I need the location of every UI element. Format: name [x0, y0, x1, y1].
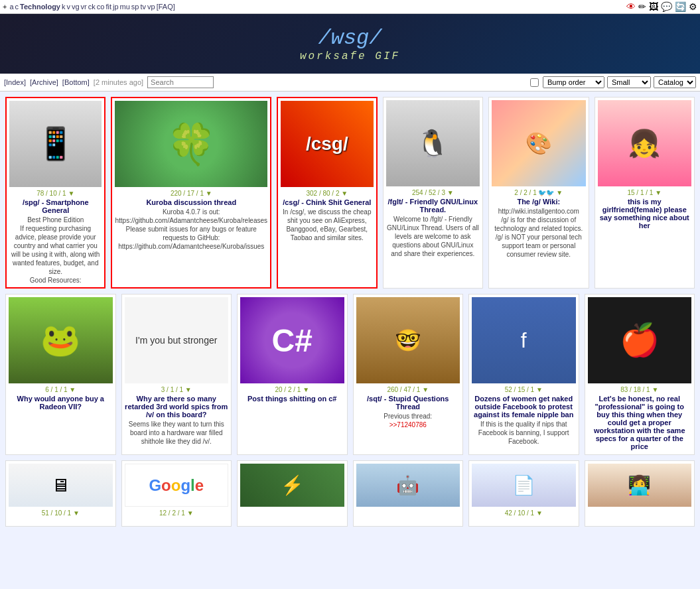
thread-sqt-desc: Previous thread:>>71240786 — [356, 412, 460, 429]
nav-ck[interactable]: ck — [88, 3, 96, 11]
controls-right: Bump order Last reply Creation date Repl… — [530, 76, 696, 88]
thread-csg-desc: In /csg/, we discuss the cheap shit you … — [281, 208, 373, 242]
nav-a[interactable]: a — [9, 3, 13, 11]
thread-spg-desc: Best Phone EditionIf requesting purchasi… — [9, 216, 102, 285]
size-select[interactable]: Small Medium Large — [607, 76, 651, 88]
nav-technology[interactable]: Technology — [20, 3, 60, 11]
thread-csg-title: /csg/ - Chink Shit General — [281, 198, 373, 206]
bottom-google-stats: 12 / 2 / 1 ▼ — [125, 509, 229, 517]
thread-kuroba[interactable]: 🍀 220 / 17 / 1 ▼ Kuroba discussion threa… — [111, 97, 271, 289]
view-select[interactable]: Catalog Index Archive — [654, 76, 696, 88]
edit-icon[interactable]: ✏ — [638, 1, 646, 12]
thread-csharp-stats: 20 / 2 / 1 ▼ — [240, 386, 344, 393]
search-input[interactable] — [147, 76, 214, 88]
thread-csg[interactable]: /csg/ 302 / 80 / 2 ▼ /csg/ - Chink Shit … — [277, 97, 377, 289]
thread-anime-gf-thumb: 👧 — [598, 100, 691, 186]
nav-jp[interactable]: jp — [113, 3, 119, 11]
nav-c[interactable]: c — [15, 3, 19, 11]
bottom-link[interactable]: [Bottom] — [62, 78, 90, 86]
nav-faq[interactable]: [FAQ] — [157, 3, 175, 11]
thread-kuroba-desc: Kuroba 4.0.7 is out:https://github.com/A… — [115, 208, 267, 251]
thread-sqt[interactable]: 🤓 260 / 47 / 1 ▼ /sqt/ - Stupid Question… — [353, 294, 464, 455]
nav-icons-group: 👁 ✏ 🖼 💬 🔄 ⚙ — [626, 1, 697, 12]
top-navigation: + a c Technology k v vg vr ck co fit jp … — [0, 0, 700, 14]
thread-kuroba-stats: 220 / 17 / 1 ▼ — [115, 190, 267, 197]
thread-spg-thumb: 📱 — [9, 101, 102, 187]
bottom-screenshot-stats: 51 / 10 / 1 ▼ — [9, 509, 113, 517]
nav-fit[interactable]: fit — [105, 3, 111, 11]
bottom-thread-screenshot[interactable]: 🖥 51 / 10 / 1 ▼ — [5, 460, 116, 527]
thread-csg-thumb: /csg/ — [281, 101, 373, 187]
thread-csg-stats: 302 / 80 / 2 ▼ — [281, 190, 373, 197]
nav-sp[interactable]: sp — [131, 3, 139, 11]
thread-apple-title: Let's be honest, no real "professional" … — [588, 395, 692, 450]
thread-radeon[interactable]: 🐸 6 / 1 / 1 ▼ Why would anyone buy a Rad… — [5, 294, 116, 455]
thread-retarded-title: Why are there so many retarded 3rd world… — [125, 395, 229, 419]
thread-facebook[interactable]: f 52 / 15 / 1 ▼ Dozens of women get nake… — [468, 294, 579, 455]
nav-tv[interactable]: tv — [140, 3, 146, 11]
thread-csharp-title: Post things shitting on c# — [240, 395, 344, 403]
thread-anime-gf[interactable]: 👧 15 / 1 / 1 ▼ this is my girlfriend(fem… — [595, 97, 695, 289]
nav-v[interactable]: v — [66, 3, 70, 11]
thread-g-wiki-thumb: 🎨 — [492, 100, 585, 186]
thread-radeon-stats: 6 / 1 / 1 ▼ — [9, 386, 113, 393]
site-banner: /wsg/ worksafe GIF — [0, 14, 700, 74]
thread-apple-thumb: 🍎 — [588, 297, 692, 383]
thread-g-wiki-stats: 2 / 2 / 1 🐦🐦 ▼ — [492, 189, 585, 196]
eye-icon[interactable]: 👁 — [626, 1, 636, 12]
thread-radeon-title: Why would anyone buy a Radeon VII? — [9, 395, 113, 411]
thread-facebook-thumb: f — [472, 297, 576, 383]
bottom-thread-pcb[interactable]: ⚡ — [237, 460, 348, 527]
thread-retarded-thumb: I'm you but stronger — [125, 297, 229, 383]
archive-link[interactable]: [Archive] — [30, 78, 58, 86]
thread-fglt-title: /fglt/ - Friendly GNU/Linux Thread. — [386, 198, 480, 214]
nav-mu[interactable]: mu — [120, 3, 130, 11]
thread-apple[interactable]: 🍎 83 / 18 / 1 ▼ Let's be honest, no real… — [585, 294, 695, 455]
index-link[interactable]: [Index] — [4, 78, 26, 86]
thread-grid: 📱 78 / 10 / 1 ▼ /spg/ - Smartphone Gener… — [0, 92, 700, 294]
thread-retarded-stats: 3 / 1 / 1 ▼ — [125, 386, 229, 393]
bottom-thread-row: 🖥 51 / 10 / 1 ▼ Google 12 / 2 / 1 ▼ ⚡ 🤖 … — [0, 460, 700, 532]
thread-kuroba-title: Kuroba discussion thread — [115, 198, 267, 206]
time-ago: [2 minutes ago] — [94, 78, 143, 86]
thread-retarded-desc: Seems like they want to turn this board … — [125, 420, 229, 446]
nav-co[interactable]: co — [97, 3, 105, 11]
thread-spg[interactable]: 📱 78 / 10 / 1 ▼ /spg/ - Smartphone Gener… — [5, 97, 105, 289]
bottom-webpage-stats: 42 / 10 / 1 ▼ — [472, 509, 576, 517]
thread-anime-gf-stats: 15 / 1 / 1 ▼ — [598, 189, 691, 196]
bottom-thread-webpage[interactable]: 📄 42 / 10 / 1 ▼ — [468, 460, 579, 527]
nav-vr[interactable]: vr — [81, 3, 87, 11]
thread-sqt-title: /sqt/ - Stupid Questions Thread — [356, 395, 460, 411]
thread-sqt-link[interactable]: >>71240786 — [389, 421, 427, 428]
chat-icon[interactable]: 💬 — [661, 1, 672, 12]
sort-select[interactable]: Bump order Last reply Creation date Repl… — [543, 76, 604, 88]
nav-vg[interactable]: vg — [72, 3, 80, 11]
thread-facebook-desc: If this is the quality if nips that Face… — [472, 420, 576, 446]
thread-g-wiki-title: The /g/ Wiki: — [492, 198, 585, 206]
thread-fglt[interactable]: 🐧 254 / 52 / 3 ▼ /fglt/ - Friendly GNU/L… — [383, 97, 483, 289]
thread-fglt-stats: 254 / 52 / 3 ▼ — [386, 189, 480, 196]
thread-sqt-stats: 260 / 47 / 1 ▼ — [356, 386, 460, 393]
thread-grid-row2: 🐸 6 / 1 / 1 ▼ Why would anyone buy a Rad… — [0, 294, 700, 460]
image-icon[interactable]: 🖼 — [649, 1, 658, 12]
thread-facebook-title: Dozens of women get naked outside Facebo… — [472, 395, 576, 419]
nav-plus[interactable]: + — [3, 3, 7, 11]
refresh-icon[interactable]: 🔄 — [675, 1, 686, 12]
bump-order-checkbox[interactable] — [530, 78, 539, 87]
bottom-thread-robot[interactable]: 🤖 — [353, 460, 464, 527]
thread-retarded[interactable]: I'm you but stronger 3 / 1 / 1 ▼ Why are… — [121, 294, 232, 455]
thread-fglt-thumb: 🐧 — [386, 100, 480, 186]
thread-facebook-stats: 52 / 15 / 1 ▼ — [472, 386, 576, 393]
thread-kuroba-thumb: 🍀 — [115, 101, 267, 187]
thread-g-wiki[interactable]: 🎨 2 / 2 / 1 🐦🐦 ▼ The /g/ Wiki: http://wi… — [488, 97, 589, 289]
nav-vp[interactable]: vp — [147, 3, 155, 11]
thread-spg-stats: 78 / 10 / 1 ▼ — [9, 190, 102, 197]
gear-icon[interactable]: ⚙ — [689, 1, 697, 12]
thread-csharp[interactable]: C# 20 / 2 / 1 ▼ Post things shitting on … — [237, 294, 348, 455]
thread-radeon-thumb: 🐸 — [9, 297, 113, 383]
thread-g-wiki-desc: http://wiki.installgentoo.com/g/ is for … — [492, 207, 585, 259]
bottom-thread-laptop-girl[interactable]: 👩‍💻 — [585, 460, 695, 527]
nav-k[interactable]: k — [62, 3, 66, 11]
banner-right-text: worksafe GIF — [300, 50, 400, 62]
bottom-thread-google[interactable]: Google 12 / 2 / 1 ▼ — [121, 460, 232, 527]
